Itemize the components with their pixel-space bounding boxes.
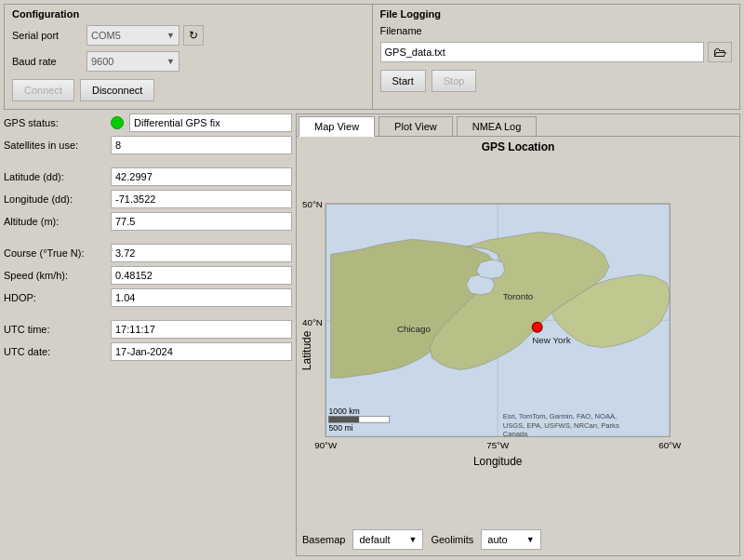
filename-label-row: Filename bbox=[380, 25, 733, 36]
speed-row: Speed (km/h): 0.48152 bbox=[4, 266, 292, 285]
lon-label-90W: 90°W bbox=[314, 440, 338, 450]
folder-button[interactable]: 🗁 bbox=[708, 42, 732, 62]
geolimits-select[interactable]: auto ▼ bbox=[481, 529, 540, 550]
speed-label: Speed (km/h): bbox=[4, 270, 111, 281]
attribution-text3: Canada bbox=[503, 430, 528, 438]
altitude-row: Altitude (m): 77.5 bbox=[4, 212, 292, 231]
map-area[interactable]: Latitude bbox=[300, 155, 736, 526]
spacer2 bbox=[4, 234, 292, 242]
lat-label-50N: 50°N bbox=[302, 199, 323, 209]
config-button-row: Connect Disconnect bbox=[12, 79, 365, 101]
utc-date-row: UTC date: 17-Jan-2024 bbox=[4, 342, 292, 361]
speed-value: 0.48152 bbox=[111, 266, 292, 285]
attribution-text2: USGS, EPA, USFWS, NRCan, Parks bbox=[503, 421, 619, 430]
basemap-label: Basemap bbox=[302, 534, 345, 545]
satellites-value: 8 bbox=[111, 136, 292, 154]
tab-map-view[interactable]: Map View bbox=[299, 116, 375, 137]
start-button[interactable]: Start bbox=[380, 70, 426, 92]
utc-time-row: UTC time: 17:11:17 bbox=[4, 320, 292, 339]
gps-status-label: GPS status: bbox=[4, 117, 111, 128]
satellites-label: Satellites in use: bbox=[4, 140, 111, 151]
bottom-panel: GPS status: Differential GPS fix Satelli… bbox=[4, 113, 740, 556]
chicago-label: Chicago bbox=[397, 324, 431, 334]
lake-ontario bbox=[476, 260, 504, 279]
satellites-row: Satellites in use: 8 bbox=[4, 136, 292, 154]
geolimits-value: auto bbox=[487, 534, 507, 545]
filename-label: Filename bbox=[380, 25, 455, 36]
top-panel: Configuration Serial port COM5 ▼ ↻ Baud … bbox=[4, 4, 740, 110]
config-title: Configuration bbox=[12, 8, 365, 20]
tab-bar: Map View Plot View NMEA Log bbox=[297, 114, 739, 137]
course-value: 3.72 bbox=[111, 244, 292, 262]
lat-label-40N: 40°N bbox=[302, 317, 323, 327]
longitude-label: Longitude (dd): bbox=[4, 193, 111, 205]
stop-button[interactable]: Stop bbox=[432, 70, 477, 92]
utc-time-value: 17:11:17 bbox=[111, 320, 292, 339]
scale-km-label: 1000 km bbox=[328, 407, 359, 416]
gps-dot bbox=[111, 116, 124, 129]
map-title: GPS Location bbox=[300, 140, 736, 153]
geolimits-label: Geolimits bbox=[431, 534, 473, 545]
baud-rate-label: Baud rate bbox=[12, 56, 86, 67]
basemap-select[interactable]: default ▼ bbox=[352, 529, 423, 550]
serial-port-arrow: ▼ bbox=[166, 31, 175, 40]
geolimits-arrow-icon: ▼ bbox=[526, 535, 535, 544]
lon-label-75W: 75°W bbox=[486, 440, 510, 450]
baud-rate-select[interactable]: 9600 ▼ bbox=[86, 51, 179, 72]
gps-marker bbox=[532, 322, 542, 332]
map-svg: Latitude bbox=[300, 155, 736, 526]
gps-status-value: Differential GPS fix bbox=[129, 113, 292, 132]
status-panel: GPS status: Differential GPS fix Satelli… bbox=[4, 113, 292, 556]
latitude-axis-label: Latitude bbox=[300, 330, 313, 370]
gps-status-row: GPS status: Differential GPS fix bbox=[4, 113, 292, 132]
utc-time-label: UTC time: bbox=[4, 324, 111, 335]
longitude-row: Longitude (dd): -71.3522 bbox=[4, 190, 292, 208]
main-container: Configuration Serial port COM5 ▼ ↻ Baud … bbox=[0, 0, 744, 560]
disconnect-button[interactable]: Disconnect bbox=[80, 79, 154, 101]
toronto-label: Toronto bbox=[503, 291, 534, 301]
longitude-axis-label: Longitude bbox=[473, 455, 523, 468]
map-content: GPS Location Latitude bbox=[297, 137, 739, 555]
refresh-button[interactable]: ↻ bbox=[183, 25, 204, 46]
hdop-row: HDOP: 1.04 bbox=[4, 288, 292, 307]
latitude-label: Latitude (dd): bbox=[4, 171, 111, 182]
serial-port-row: Serial port COM5 ▼ ↻ bbox=[12, 25, 365, 46]
scale-mi-label: 500 mi bbox=[328, 423, 352, 433]
scale-bar-fill bbox=[328, 417, 359, 423]
lon-label-60W: 60°W bbox=[658, 440, 682, 450]
utc-date-value: 17-Jan-2024 bbox=[111, 342, 292, 361]
attribution-text: Esri, TomTom, Garmin, FAO, NOAA, bbox=[503, 412, 617, 420]
file-button-row: Start Stop bbox=[380, 70, 733, 92]
baud-rate-value: 9600 bbox=[91, 56, 113, 67]
serial-port-select[interactable]: COM5 ▼ bbox=[86, 25, 179, 46]
map-panel: Map View Plot View NMEA Log GPS Location… bbox=[296, 113, 740, 556]
basemap-row: Basemap default ▼ Geolimits auto ▼ bbox=[300, 526, 736, 552]
basemap-value: default bbox=[359, 534, 390, 545]
serial-port-wrapper: COM5 ▼ ↻ bbox=[86, 25, 204, 46]
baud-rate-arrow: ▼ bbox=[166, 57, 175, 66]
latitude-row: Latitude (dd): 42.2997 bbox=[4, 167, 292, 186]
file-logging-section: File Logging Filename 🗁 Start Stop bbox=[373, 5, 740, 109]
file-logging-title: File Logging bbox=[380, 8, 733, 20]
longitude-value: -71.3522 bbox=[111, 190, 292, 208]
spacer1 bbox=[4, 158, 292, 166]
newyork-label: New York bbox=[532, 335, 570, 345]
tab-plot-view[interactable]: Plot View bbox=[379, 116, 453, 136]
altitude-value: 77.5 bbox=[111, 212, 292, 231]
course-label: Course (°True N): bbox=[4, 247, 111, 259]
spacer3 bbox=[4, 311, 292, 318]
altitude-label: Altitude (m): bbox=[4, 216, 111, 227]
hdop-label: HDOP: bbox=[4, 292, 111, 303]
course-row: Course (°True N): 3.72 bbox=[4, 244, 292, 262]
serial-port-label: Serial port bbox=[12, 30, 86, 41]
serial-port-value: COM5 bbox=[91, 30, 121, 41]
hdop-value: 1.04 bbox=[111, 288, 292, 307]
baud-rate-row: Baud rate 9600 ▼ bbox=[12, 51, 365, 72]
utc-date-label: UTC date: bbox=[4, 346, 111, 357]
tab-nmea-log[interactable]: NMEA Log bbox=[457, 116, 538, 136]
config-section: Configuration Serial port COM5 ▼ ↻ Baud … bbox=[5, 5, 373, 109]
filename-input[interactable] bbox=[380, 42, 705, 62]
filename-row: 🗁 bbox=[380, 42, 733, 62]
latitude-value: 42.2997 bbox=[111, 167, 292, 186]
connect-button[interactable]: Connect bbox=[12, 79, 74, 101]
